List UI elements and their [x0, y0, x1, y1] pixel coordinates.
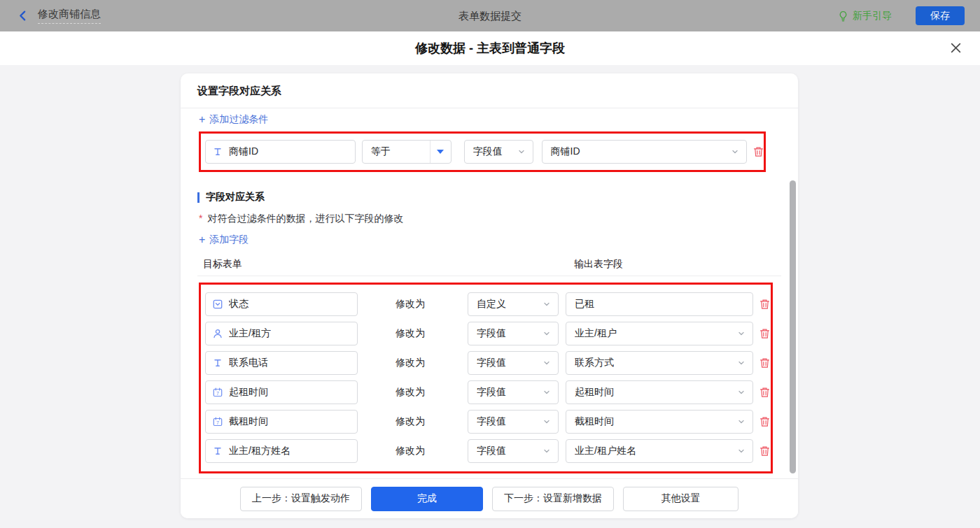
mode-select[interactable]: 字段值: [468, 439, 559, 463]
text-field-icon: [213, 446, 223, 456]
chevron-down-icon: [542, 447, 551, 455]
filter-operator-select[interactable]: 等于: [362, 140, 451, 164]
modify-label: 修改为: [396, 415, 468, 428]
filter-field-label: 商铺ID: [229, 145, 258, 158]
guide-link[interactable]: 新手引导: [838, 10, 892, 22]
text-field-icon: [213, 147, 223, 157]
mapping-row: 状态修改为自定义已租: [203, 292, 771, 316]
target-field-label: 截租时间: [229, 415, 268, 428]
chevron-down-icon: [542, 300, 551, 308]
required-mark: *: [199, 213, 202, 225]
close-icon[interactable]: [950, 42, 962, 54]
date-field-icon: 7: [213, 417, 223, 427]
col-output-fields: 输出表字段: [574, 258, 623, 271]
section-accent-bar: [197, 192, 200, 203]
modify-label: 修改为: [396, 386, 468, 399]
mode-select[interactable]: 字段值: [468, 351, 559, 375]
modify-label: 修改为: [396, 445, 468, 457]
chevron-down-icon: [517, 148, 526, 156]
output-value-select[interactable]: 联系方式: [566, 351, 753, 375]
mapping-row: 业主/租方修改为字段值业主/租户: [203, 322, 771, 345]
mode-select[interactable]: 字段值: [468, 322, 559, 345]
output-value-select[interactable]: 起租时间: [566, 380, 753, 404]
filter-valuetype-select[interactable]: 字段值: [464, 140, 533, 164]
text-field-icon: [213, 358, 223, 368]
column-headers: 目标表单 输出表字段: [197, 257, 781, 276]
delete-filter-icon[interactable]: [753, 146, 764, 157]
prev-step-button[interactable]: 上一步：设置触发动作: [240, 487, 362, 511]
filter-highlight-box: 商铺ID 等于 字段值 商铺ID: [199, 131, 766, 172]
guide-label: 新手引导: [853, 10, 892, 22]
mapping-row: 联系电话修改为字段值联系方式: [203, 351, 771, 375]
chevron-down-icon: [737, 447, 746, 455]
chevron-down-icon: [737, 359, 746, 367]
member-field-icon: [213, 329, 223, 338]
output-value-select[interactable]: 业主/租户姓名: [566, 439, 753, 463]
modify-label: 修改为: [396, 298, 468, 311]
back-icon[interactable]: [17, 10, 29, 22]
delete-row-icon[interactable]: [760, 387, 770, 398]
screen: 修改商铺信息 表单数据提交 新手引导 保存 修改数据 - 主表到普通字段 设置字…: [0, 0, 980, 528]
save-button[interactable]: 保存: [916, 6, 965, 25]
dropdown-caret-icon: [430, 141, 451, 163]
chevron-down-icon: [542, 388, 551, 397]
other-settings-button[interactable]: 其他设置: [623, 487, 738, 511]
card-body: + 添加过滤条件 商铺ID 等于: [181, 109, 798, 478]
plus-icon: +: [199, 115, 205, 124]
target-field-input[interactable]: 7起租时间: [205, 380, 358, 404]
modify-label: 修改为: [396, 327, 468, 340]
chevron-down-icon: [737, 388, 746, 397]
done-button[interactable]: 完成: [371, 487, 483, 511]
svg-text:7: 7: [216, 391, 219, 396]
next-step-button[interactable]: 下一步：设置新增数据: [492, 487, 614, 511]
chevron-down-icon: [542, 329, 551, 338]
delete-row-icon[interactable]: [760, 328, 770, 339]
delete-row-icon[interactable]: [760, 299, 770, 310]
scrollbar[interactable]: [790, 180, 796, 473]
mode-select[interactable]: 字段值: [468, 380, 559, 404]
chevron-down-icon: [542, 418, 551, 426]
mapping-section-title: 字段对应关系: [197, 191, 781, 204]
delete-row-icon[interactable]: [760, 357, 770, 369]
chevron-down-icon: [731, 148, 739, 156]
add-filter-link[interactable]: + 添加过滤条件: [199, 113, 268, 126]
mapping-row: 业主/租方姓名修改为字段值业主/租户姓名: [203, 439, 771, 463]
output-value-select[interactable]: 截租时间: [566, 410, 753, 434]
mapping-rows: 状态修改为自定义已租业主/租方修改为字段值业主/租户联系电话修改为字段值联系方式…: [203, 292, 771, 463]
target-field-label: 业主/租方: [229, 327, 271, 340]
dialog-title: 修改数据 - 主表到普通字段: [0, 31, 980, 65]
dialog-body: 设置字段对应关系 + 添加过滤条件 商铺ID 等于: [0, 65, 980, 528]
target-field-label: 业主/租方姓名: [229, 445, 290, 457]
select-field-icon: [213, 299, 223, 309]
filter-field-input[interactable]: 商铺ID: [205, 140, 356, 164]
mode-select[interactable]: 字段值: [468, 410, 559, 434]
add-field-link[interactable]: + 添加字段: [199, 234, 248, 246]
chevron-down-icon: [737, 329, 746, 338]
output-value-input[interactable]: 已租: [566, 292, 753, 316]
filter-value-select[interactable]: 商铺ID: [542, 140, 747, 164]
card-title: 设置字段对应关系: [181, 73, 798, 108]
target-field-input[interactable]: 业主/租方姓名: [205, 439, 358, 463]
bulb-icon: [838, 10, 848, 22]
mapping-row: 7截租时间修改为字段值截租时间: [203, 410, 771, 434]
flow-title[interactable]: 修改商铺信息: [38, 8, 101, 24]
delete-row-icon[interactable]: [760, 445, 770, 457]
target-field-input[interactable]: 联系电话: [205, 351, 358, 375]
mapping-highlight-box: 状态修改为自定义已租业主/租方修改为字段值业主/租户联系电话修改为字段值联系方式…: [199, 283, 773, 473]
mapping-row: 7起租时间修改为字段值起租时间: [203, 380, 771, 404]
delete-row-icon[interactable]: [760, 416, 770, 427]
topbar: 修改商铺信息 表单数据提交 新手引导 保存: [0, 0, 980, 31]
date-field-icon: 7: [213, 387, 223, 397]
svg-text:7: 7: [216, 420, 219, 425]
plus-icon: +: [199, 235, 205, 245]
output-value-select[interactable]: 业主/租户: [566, 322, 753, 345]
target-field-input[interactable]: 业主/租方: [205, 322, 358, 345]
mode-select[interactable]: 自定义: [468, 292, 559, 316]
topbar-title: 表单数据提交: [0, 0, 980, 31]
target-field-input[interactable]: 7截租时间: [205, 410, 358, 434]
modify-label: 修改为: [396, 357, 468, 369]
col-target-form: 目标表单: [203, 258, 242, 271]
target-field-label: 状态: [229, 298, 248, 311]
target-field-input[interactable]: 状态: [205, 292, 358, 316]
chevron-down-icon: [542, 359, 551, 367]
